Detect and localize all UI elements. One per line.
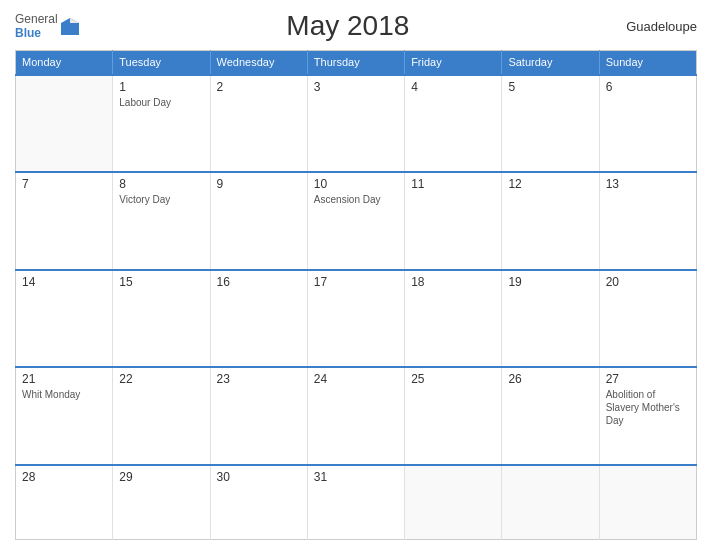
day-number: 7 [22,177,106,191]
calendar-day: 24 [307,367,404,465]
calendar-day: 20 [599,270,696,368]
day-number: 15 [119,275,203,289]
col-sunday: Sunday [599,51,696,75]
day-number: 27 [606,372,690,386]
calendar-week-row: 1Labour Day23456 [16,75,697,173]
country-label: Guadeloupe [617,19,697,34]
calendar-day [599,465,696,540]
day-number: 22 [119,372,203,386]
day-number: 9 [217,177,301,191]
day-number: 1 [119,80,203,94]
day-number: 12 [508,177,592,191]
calendar-day: 14 [16,270,113,368]
calendar-day: 18 [405,270,502,368]
col-friday: Friday [405,51,502,75]
logo-blue: Blue [15,26,58,40]
day-number: 14 [22,275,106,289]
day-event: Victory Day [119,193,203,206]
svg-marker-1 [70,18,79,23]
month-title: May 2018 [79,10,617,42]
calendar-day: 26 [502,367,599,465]
calendar-day: 19 [502,270,599,368]
day-number: 19 [508,275,592,289]
calendar-day: 21Whit Monday [16,367,113,465]
day-number: 28 [22,470,106,484]
day-number: 2 [217,80,301,94]
calendar-day: 7 [16,172,113,270]
col-tuesday: Tuesday [113,51,210,75]
day-number: 25 [411,372,495,386]
day-number: 16 [217,275,301,289]
calendar-week-row: 28293031 [16,465,697,540]
calendar-day: 9 [210,172,307,270]
calendar-week-row: 14151617181920 [16,270,697,368]
calendar-day: 15 [113,270,210,368]
day-number: 6 [606,80,690,94]
day-number: 8 [119,177,203,191]
calendar-day: 8Victory Day [113,172,210,270]
calendar-day: 23 [210,367,307,465]
calendar-day: 6 [599,75,696,173]
calendar-day: 5 [502,75,599,173]
calendar-day: 31 [307,465,404,540]
calendar-day [502,465,599,540]
col-wednesday: Wednesday [210,51,307,75]
day-number: 13 [606,177,690,191]
day-number: 4 [411,80,495,94]
day-number: 17 [314,275,398,289]
day-event: Whit Monday [22,388,106,401]
day-number: 30 [217,470,301,484]
calendar-week-row: 21Whit Monday222324252627Abolition of Sl… [16,367,697,465]
calendar-day: 17 [307,270,404,368]
day-number: 23 [217,372,301,386]
day-event: Abolition of Slavery Mother's Day [606,388,690,427]
col-thursday: Thursday [307,51,404,75]
header: General Blue May 2018 Guadeloupe [15,10,697,42]
day-number: 26 [508,372,592,386]
calendar-day: 25 [405,367,502,465]
day-number: 11 [411,177,495,191]
logo-general: General [15,12,58,26]
day-number: 21 [22,372,106,386]
calendar-header-row: Monday Tuesday Wednesday Thursday Friday… [16,51,697,75]
calendar-day: 12 [502,172,599,270]
calendar-week-row: 78Victory Day910Ascension Day111213 [16,172,697,270]
calendar-day: 1Labour Day [113,75,210,173]
day-number: 5 [508,80,592,94]
day-number: 24 [314,372,398,386]
day-number: 29 [119,470,203,484]
logo: General Blue [15,12,79,41]
logo-flag-icon [61,17,79,35]
day-number: 20 [606,275,690,289]
calendar-table: Monday Tuesday Wednesday Thursday Friday… [15,50,697,540]
calendar-day: 28 [16,465,113,540]
calendar-day: 4 [405,75,502,173]
day-event: Ascension Day [314,193,398,206]
calendar-day: 30 [210,465,307,540]
calendar-day: 11 [405,172,502,270]
calendar-page: General Blue May 2018 Guadeloupe Monday … [0,0,712,550]
calendar-day [16,75,113,173]
col-monday: Monday [16,51,113,75]
day-number: 10 [314,177,398,191]
calendar-day: 3 [307,75,404,173]
calendar-day: 16 [210,270,307,368]
calendar-day: 27Abolition of Slavery Mother's Day [599,367,696,465]
calendar-day: 10Ascension Day [307,172,404,270]
col-saturday: Saturday [502,51,599,75]
calendar-day: 22 [113,367,210,465]
calendar-day: 2 [210,75,307,173]
calendar-day [405,465,502,540]
calendar-day: 29 [113,465,210,540]
day-event: Labour Day [119,96,203,109]
calendar-day: 13 [599,172,696,270]
day-number: 3 [314,80,398,94]
day-number: 18 [411,275,495,289]
day-number: 31 [314,470,398,484]
